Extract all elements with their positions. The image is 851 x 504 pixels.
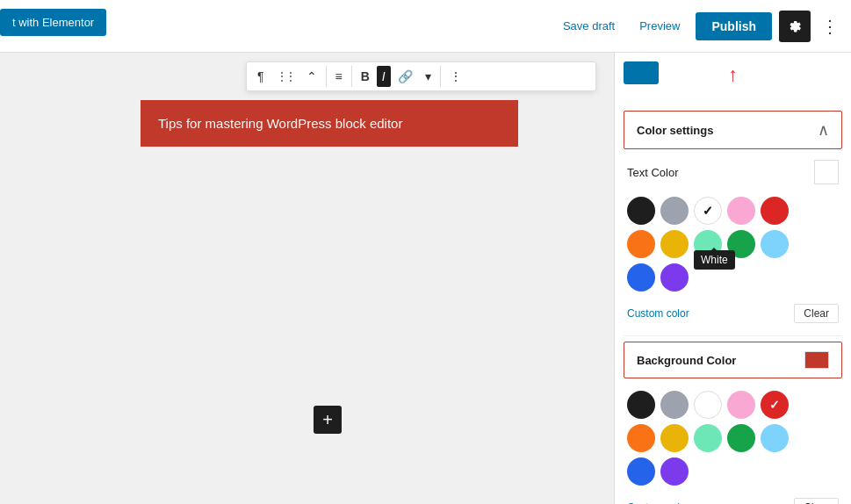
color-settings-title: Color settings	[637, 124, 713, 137]
swatch-lightblue-bg[interactable]	[761, 424, 789, 452]
bg-color-actions: Custom color Clear	[615, 493, 851, 504]
editor-toolbar-area: ¶ ⋮⋮ ⌃ ≡ B I �	[141, 61, 596, 147]
swatch-white-bg[interactable]	[694, 391, 722, 419]
elementor-button[interactable]: t with Elementor	[0, 9, 106, 36]
swatch-gray-bg[interactable]	[660, 391, 689, 419]
toolbar-divider-1	[326, 66, 327, 87]
main-content: ¶ ⋮⋮ ⌃ ≡ B I �	[0, 53, 614, 504]
link-icon: 🔗	[398, 69, 413, 83]
top-bar: t with Elementor Save draft Preview Publ…	[0, 0, 851, 53]
swatch-yellow-bg[interactable]	[660, 424, 689, 452]
text-color-preview[interactable]	[814, 160, 839, 184]
swatch-yellow-text[interactable]	[660, 230, 689, 258]
block-toolbar: ¶ ⋮⋮ ⌃ ≡ B I �	[246, 61, 596, 91]
save-draft-button[interactable]: Save draft	[554, 14, 624, 38]
publish-button[interactable]: Publish	[696, 12, 772, 40]
paragraph-button[interactable]: ¶	[252, 66, 270, 87]
swatch-green-text[interactable]	[727, 230, 755, 258]
text-color-actions: Custom color Clear	[615, 299, 851, 332]
arrow-up-down-button[interactable]: ⌃	[301, 66, 322, 87]
swatch-red-bg[interactable]: ✓	[761, 391, 789, 419]
text-custom-color-button[interactable]: Custom color	[627, 307, 689, 320]
bg-clear-button[interactable]: Clear	[794, 498, 839, 504]
align-button[interactable]: ≡	[330, 66, 348, 87]
preview-button[interactable]: Preview	[631, 14, 689, 38]
swatch-black-bg[interactable]	[627, 391, 655, 419]
toolbar-divider-3	[440, 66, 441, 87]
settings-button[interactable]	[779, 11, 811, 42]
add-block-button[interactable]: +	[314, 406, 342, 434]
more-options-button[interactable]: ⋮	[818, 12, 842, 40]
bg-color-preview[interactable]	[804, 351, 829, 369]
swatch-purple-bg[interactable]	[660, 457, 689, 486]
top-bar-actions: Save draft Preview Publish ⋮	[554, 11, 842, 42]
sidebar-top-button	[624, 61, 659, 84]
bg-color-title: Background Color	[637, 354, 736, 367]
text-clear-button[interactable]: Clear	[794, 304, 839, 323]
more-icon: ⋮	[450, 69, 462, 83]
dropdown-button[interactable]: ▾	[420, 66, 436, 87]
swatch-mint-text[interactable]	[694, 230, 722, 258]
swatch-green-bg[interactable]	[727, 424, 755, 452]
toolbar-divider-2	[351, 66, 352, 87]
swatch-blue-bg[interactable]	[627, 457, 655, 486]
swatch-blue-text[interactable]	[627, 263, 655, 292]
text-color-label: Text Color	[627, 166, 805, 179]
swatch-white-text[interactable]: ✓	[694, 197, 722, 225]
text-color-swatches: ✓	[615, 190, 851, 299]
text-color-row: Text Color	[615, 155, 851, 190]
editor-area: ¶ ⋮⋮ ⌃ ≡ B I �	[0, 53, 614, 504]
bold-button[interactable]: B	[356, 66, 375, 87]
paragraph-icon: ¶	[257, 69, 264, 83]
link-button[interactable]: 🔗	[393, 66, 418, 87]
dropdown-icon: ▾	[425, 69, 431, 83]
separator	[624, 335, 842, 336]
bold-icon: B	[361, 69, 370, 83]
drag-icon: ⋮⋮	[277, 70, 294, 83]
red-check-bg: ✓	[769, 398, 780, 412]
collapse-icon: ∧	[818, 120, 829, 140]
swatch-pink-bg[interactable]	[727, 391, 755, 419]
swatch-gray-text[interactable]	[660, 197, 689, 225]
white-check: ✓	[703, 204, 713, 218]
right-sidebar: ↑ Color settings ∧ Text Color ✓ White	[614, 53, 851, 504]
swatch-mint-bg[interactable]	[694, 424, 722, 452]
bg-color-header[interactable]: Background Color	[624, 342, 842, 378]
red-block-text: Tips for mastering WordPress block edito…	[158, 116, 402, 131]
arrow-indicator: ↑	[728, 63, 738, 86]
swatch-purple-text[interactable]	[660, 263, 689, 292]
drag-button[interactable]: ⋮⋮	[271, 67, 299, 86]
swatch-orange-bg[interactable]	[627, 424, 655, 452]
italic-button[interactable]: I	[377, 66, 391, 87]
swatch-orange-text[interactable]	[627, 230, 655, 258]
italic-icon: I	[382, 69, 386, 83]
arrow-updown-icon: ⌃	[307, 69, 317, 83]
swatch-red-text[interactable]	[761, 197, 789, 225]
color-settings-header[interactable]: Color settings ∧	[624, 111, 842, 149]
bg-color-swatches: ✓	[615, 384, 851, 493]
swatch-pink-text[interactable]	[727, 197, 755, 225]
red-text-block: Tips for mastering WordPress block edito…	[141, 100, 518, 147]
more-toolbar-button[interactable]: ⋮	[444, 66, 467, 87]
align-icon: ≡	[335, 69, 343, 83]
gear-icon	[788, 19, 802, 33]
swatch-lightblue-text[interactable]	[761, 230, 789, 258]
sidebar-top: ↑	[615, 53, 851, 70]
swatch-black-text[interactable]	[627, 197, 655, 225]
